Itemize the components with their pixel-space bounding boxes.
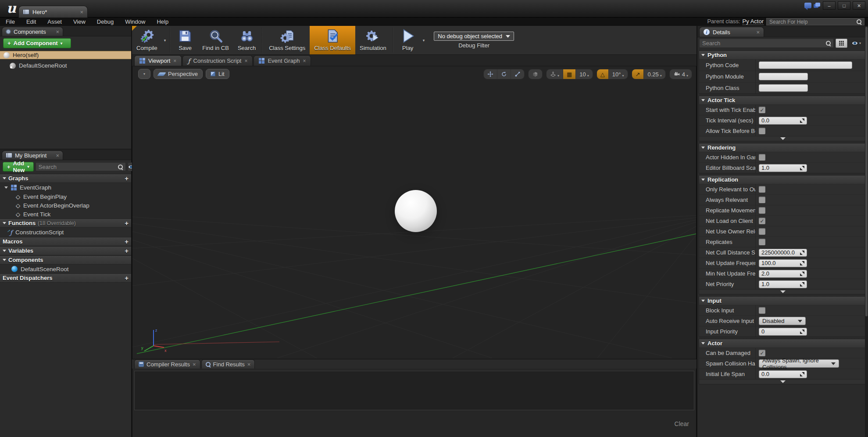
section-components[interactable]: Components <box>0 255 131 265</box>
asset-tab-hero[interactable]: Hero* × <box>18 6 88 18</box>
menu-file[interactable]: File <box>0 18 21 25</box>
menu-view[interactable]: View <box>68 18 91 25</box>
checkbox[interactable]: ✓ <box>759 128 765 134</box>
tick-interval-field[interactable] <box>759 117 807 125</box>
viewport-3d[interactable]: z x y ▾ Perspective Lit <box>132 66 697 359</box>
input-priority-field[interactable] <box>759 328 807 336</box>
numeric-input[interactable] <box>761 281 798 287</box>
scrollbar-thumb[interactable] <box>865 27 868 316</box>
perspective-button[interactable]: Perspective <box>154 69 203 79</box>
class-settings-button[interactable]: Class Settings <box>264 26 310 54</box>
details-view-options-button[interactable]: ▾ <box>849 39 864 48</box>
tab-find-results[interactable]: Find Results × <box>201 359 255 369</box>
section-header-actor-tick[interactable]: Actor Tick <box>699 96 866 104</box>
clear-button[interactable]: Clear <box>675 420 689 427</box>
tab-close-icon[interactable]: × <box>193 362 196 367</box>
component-row-hero-self[interactable]: Hero(self) <box>0 51 131 59</box>
scale-tool-button[interactable] <box>511 69 524 79</box>
section-expander[interactable] <box>699 379 866 384</box>
tab-viewport[interactable]: Viewport × <box>134 55 182 66</box>
numeric-input[interactable] <box>761 270 798 277</box>
parent-class-link[interactable]: Py Actor <box>743 18 764 25</box>
drag-handle-icon[interactable] <box>800 251 804 255</box>
section-functions[interactable]: Functions (18 Overridable) + <box>0 218 131 228</box>
section-header-rendering[interactable]: Rendering <box>699 143 866 152</box>
section-header-actor[interactable]: Actor <box>699 339 866 347</box>
compiler-results-list[interactable] <box>134 371 694 410</box>
tab-event-graph[interactable]: Event Graph × <box>254 55 311 66</box>
add-component-button[interactable]: + Add Component ▾ <box>3 38 71 48</box>
my-blueprint-search-input[interactable] <box>39 164 116 170</box>
drag-handle-icon[interactable] <box>800 272 804 276</box>
drag-handle-icon[interactable] <box>800 261 804 265</box>
simulation-button[interactable]: Simulation <box>355 26 391 54</box>
add-graph-icon[interactable]: + <box>125 175 129 182</box>
find-in-cb-button[interactable]: Find in CB <box>198 26 233 54</box>
auto-receive-input-dropdown[interactable]: Disabled <box>759 317 806 325</box>
python-class-input[interactable] <box>759 84 808 92</box>
checkbox[interactable]: ✓ <box>759 186 765 193</box>
drag-handle-icon[interactable] <box>800 282 804 287</box>
maximize-button[interactable]: □ <box>838 1 850 10</box>
checkbox[interactable]: ✓ <box>759 350 765 356</box>
search-button[interactable]: Search <box>233 26 260 54</box>
menu-asset[interactable]: Asset <box>42 18 68 25</box>
class-defaults-button[interactable]: Class Defaults <box>310 26 355 54</box>
checkbox[interactable]: ✓ <box>759 218 765 224</box>
checkbox[interactable]: ✓ <box>759 228 765 235</box>
checkbox[interactable]: ✓ <box>759 207 765 214</box>
section-header-replication[interactable]: Replication <box>699 176 866 184</box>
tab-close-icon[interactable]: × <box>303 58 306 64</box>
section-header-python[interactable]: Python <box>699 51 866 59</box>
drag-handle-icon[interactable] <box>800 330 804 334</box>
drag-handle-icon[interactable] <box>800 166 804 170</box>
checkbox[interactable]: ✓ <box>759 197 765 203</box>
section-graphs[interactable]: Graphs + <box>0 174 131 183</box>
drag-handle-icon[interactable] <box>800 372 804 376</box>
grid-snap-value-button[interactable]: 10▾ <box>576 69 592 79</box>
checkbox[interactable]: ✓ <box>759 154 765 161</box>
tab-details[interactable]: i Details × <box>699 27 764 37</box>
billboard-scale-field[interactable] <box>759 164 807 172</box>
tree-item-default-scene-root[interactable]: DefaultSceneRoot <box>0 265 131 273</box>
my-blueprint-tab-close-icon[interactable]: × <box>56 153 59 158</box>
menu-edit[interactable]: Edit <box>21 18 42 25</box>
checkbox[interactable]: ✓ <box>759 239 765 245</box>
help-search-box[interactable] <box>766 18 864 25</box>
world-local-toggle-button[interactable] <box>529 69 542 79</box>
tab-close-icon[interactable]: × <box>247 362 251 367</box>
asset-tab-close-icon[interactable]: × <box>80 9 83 15</box>
min-net-update-field[interactable] <box>759 270 807 278</box>
numeric-input[interactable] <box>761 371 798 377</box>
details-search-box[interactable] <box>699 39 834 48</box>
section-header-input[interactable]: Input <box>699 297 866 305</box>
tab-my-blueprint[interactable]: My Blueprint × <box>2 150 63 160</box>
add-macro-icon[interactable]: + <box>125 238 129 245</box>
move-tool-button[interactable] <box>484 69 497 79</box>
tree-item-event-graph[interactable]: EventGraph <box>0 183 131 192</box>
tree-item-construction-script[interactable]: ↗ƒ ConstructionScript <box>0 228 131 237</box>
numeric-input[interactable] <box>761 165 798 171</box>
camera-speed-button[interactable]: 4▾ <box>670 69 692 79</box>
add-new-button[interactable]: + Add New ▾ <box>3 162 34 172</box>
default-scene-root-sphere[interactable] <box>395 190 437 232</box>
rotation-snap-value-button[interactable]: 10°▾ <box>609 69 628 79</box>
play-button[interactable]: Play <box>395 26 421 54</box>
rotate-tool-button[interactable] <box>497 69 511 79</box>
section-variables[interactable]: Variables + <box>0 246 131 255</box>
tree-item-event-actorbeginoverlap[interactable]: ◇ Event ActorBeginOverlap <box>0 201 131 210</box>
checkbox[interactable]: ✓ <box>759 107 765 113</box>
scale-snap-value-button[interactable]: 0.25▾ <box>644 69 665 79</box>
property-matrix-button[interactable] <box>836 39 847 48</box>
components-tab-close-icon[interactable]: × <box>56 29 59 35</box>
section-macros[interactable]: Macros + <box>0 237 131 246</box>
expand-arrow-icon[interactable] <box>4 186 8 189</box>
save-button[interactable]: Save <box>172 26 198 54</box>
spawn-collision-dropdown[interactable]: Always Spawn, Ignore Collisions <box>759 359 839 368</box>
details-search-input[interactable] <box>702 40 824 47</box>
debug-object-dropdown[interactable]: No debug object selected <box>434 32 514 41</box>
details-scrollbar[interactable] <box>865 26 868 437</box>
menu-window[interactable]: Window <box>119 18 151 25</box>
details-tab-close-icon[interactable]: × <box>756 29 760 35</box>
numeric-input[interactable] <box>761 117 798 124</box>
